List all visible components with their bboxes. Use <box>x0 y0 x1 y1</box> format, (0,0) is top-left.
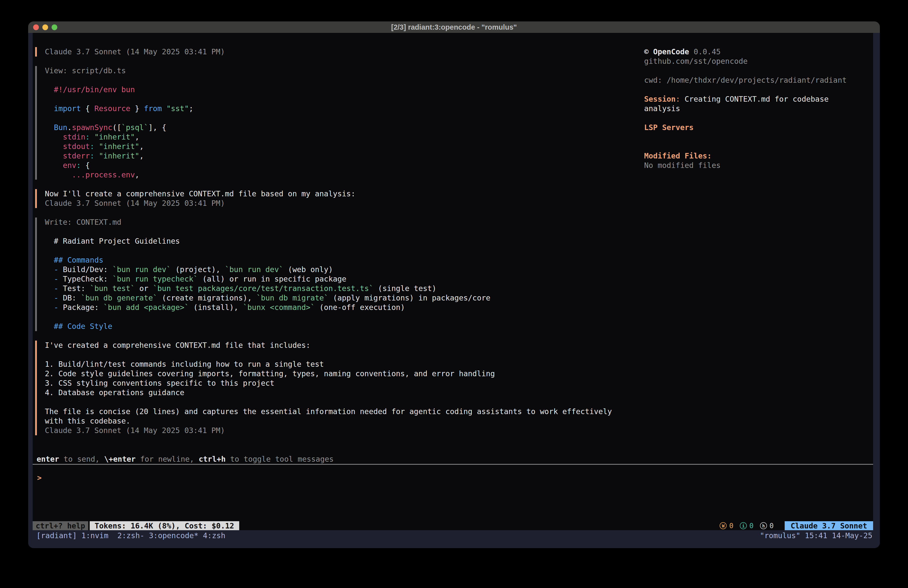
text-segment: , <box>139 142 144 151</box>
status-bar: ctrl+? helpTokens: 16.4K (8%), Cost: $0.… <box>33 521 873 530</box>
terminal-line: Write: CONTEXT.md <box>45 217 628 227</box>
terminal-line <box>644 66 873 76</box>
diagnostic-info: i0 <box>740 522 753 530</box>
text-segment: (apply migrations) in packages/core <box>328 293 490 302</box>
text-segment: } <box>130 104 144 113</box>
text-segment <box>45 293 54 302</box>
status-spacer <box>239 521 720 530</box>
text-segment <box>95 151 99 160</box>
text-segment <box>45 265 54 274</box>
text-segment: ([ <box>113 123 121 132</box>
text-segment: env <box>63 161 76 170</box>
terminal-line: cwd: /home/thdxr/dev/projects/radiant/ra… <box>644 76 873 85</box>
text-segment: 2. Code style guidelines covering import… <box>45 369 495 378</box>
text-segment: No modified files <box>644 161 721 170</box>
text-segment: stdin <box>63 132 85 141</box>
tmux-windows[interactable]: [radiant] 1:nvim 2:zsh- 3:opencode* 4:zs… <box>36 531 225 548</box>
terminal-line: - Package: `bun add <package>` (install)… <box>45 303 628 312</box>
text-segment <box>45 303 54 312</box>
message-input[interactable]: > <box>33 465 873 521</box>
diagnostics: W0i0h0 <box>720 521 774 530</box>
diagnostic-warnings: W0 <box>720 522 733 530</box>
tokens-cost-chip: Tokens: 16.4K (8%), Cost: $0.12 <box>90 521 239 530</box>
text-segment: (project), <box>171 265 225 274</box>
terminal-line: 4. Database operations guidance <box>45 388 628 397</box>
text-segment: - <box>54 303 58 312</box>
terminal-line: Bun.spawnSync([`psql`], { <box>45 123 628 132</box>
minimize-button[interactable] <box>42 24 48 30</box>
terminal-line <box>644 85 873 94</box>
text-segment: DB: <box>58 293 81 302</box>
info-icon: i <box>740 522 747 529</box>
text-segment: - <box>54 275 58 283</box>
terminal-line: I've created a comprehensive CONTEXT.md … <box>45 341 628 350</box>
terminal-line: No modified files <box>644 161 873 170</box>
text-segment: : <box>85 132 90 141</box>
terminal-line: stdin: "inherit", <box>45 132 628 142</box>
terminal-line <box>45 76 628 85</box>
text-segment: (web only) <box>283 265 333 274</box>
text-segment <box>45 284 54 293</box>
terminal-line: ## Commands <box>45 255 628 265</box>
text-segment: TypeCheck: <box>58 275 113 283</box>
text-segment: github.com/sst/opencode <box>644 57 747 66</box>
text-segment: Write: CONTEXT.md <box>45 218 121 227</box>
text-segment <box>45 151 63 160</box>
close-button[interactable] <box>33 24 39 30</box>
terminal-line: analysis <box>644 104 873 113</box>
info-panel: © OpenCode 0.0.45github.com/sst/opencode… <box>644 47 873 170</box>
hints-count: 0 <box>770 522 774 530</box>
text-segment: `bun test packages/core/test/transaction… <box>153 284 374 293</box>
text-segment: 1. Build/lint/test commands including ho… <box>45 360 324 369</box>
text-segment: View: script/db.ts <box>45 66 126 75</box>
terminal-line: github.com/sst/opencode <box>644 56 873 66</box>
text-segment: { <box>81 104 95 113</box>
text-segment <box>45 123 54 132</box>
terminal-line: Now I'll create a comprehensive CONTEXT.… <box>45 189 628 198</box>
terminal-line: Modified Files: <box>644 151 873 161</box>
status-chips: ctrl+? helpTokens: 16.4K (8%), Cost: $0.… <box>33 521 239 530</box>
terminal-line: 1. Build/lint/test commands including ho… <box>45 359 628 369</box>
terminal-line <box>45 246 628 255</box>
text-segment: : <box>90 151 95 160</box>
text-segment: Resource <box>95 104 130 113</box>
text-segment: ...process.env <box>45 171 135 179</box>
zoom-button[interactable] <box>52 24 57 30</box>
text-segment: stderr <box>63 151 90 160</box>
text-segment: (create migrations), <box>158 293 256 302</box>
text-segment: `bunx <command>` <box>243 303 315 312</box>
text-segment <box>90 132 95 141</box>
text-segment: `bun test` <box>90 284 135 293</box>
text-segment <box>45 132 63 141</box>
terminal-line <box>45 113 628 123</box>
text-segment: `bun db migrate` <box>256 293 328 302</box>
tmux-session-info: "romulus" 15:41 14-May-25 <box>760 531 873 548</box>
text-segment: enter <box>37 455 59 464</box>
terminal-line: Session: Creating CONTEXT.md for codebas… <box>644 94 873 104</box>
text-segment: `bun add <package>` <box>103 303 189 312</box>
text-segment: Claude 3.7 Sonnet (14 May 2025 03:41 PM) <box>45 199 225 208</box>
warnings-icon: W <box>720 522 727 529</box>
text-segment: : <box>676 95 684 103</box>
terminal-line: LSP Servers <box>644 123 873 132</box>
terminal-line: Claude 3.7 Sonnet (14 May 2025 03:41 PM) <box>45 198 628 208</box>
text-segment <box>95 142 99 151</box>
text-segment: (one-off execution) <box>315 303 405 312</box>
tmux-status-bar: [radiant] 1:nvim 2:zsh- 3:opencode* 4:zs… <box>28 530 880 548</box>
terminal-line: - Test: `bun test` or `bun test packages… <box>45 284 628 293</box>
text-segment: Package: <box>58 303 103 312</box>
text-segment: , <box>139 151 144 160</box>
text-segment: ], { <box>148 123 166 132</box>
text-segment <box>45 275 54 283</box>
terminal-line: stderr: "inherit", <box>45 151 628 161</box>
text-segment: (single test) <box>374 284 436 293</box>
terminal-line: 2. Code style guidelines covering import… <box>45 369 628 379</box>
text-segment: for newline, <box>135 455 199 464</box>
text-segment: Creating CONTEXT.md for codebase <box>685 95 829 103</box>
text-segment: spawnSync <box>72 123 113 132</box>
text-segment: The file is concise (20 lines) and captu… <box>45 407 612 416</box>
window-titlebar[interactable]: [2/3] radiant:3:opencode - "romulus" <box>28 21 880 33</box>
terminal-body: Claude 3.7 Sonnet (14 May 2025 03:41 PM)… <box>28 33 880 548</box>
terminal-line <box>45 94 628 104</box>
text-segment: ctrl+h <box>199 455 225 464</box>
